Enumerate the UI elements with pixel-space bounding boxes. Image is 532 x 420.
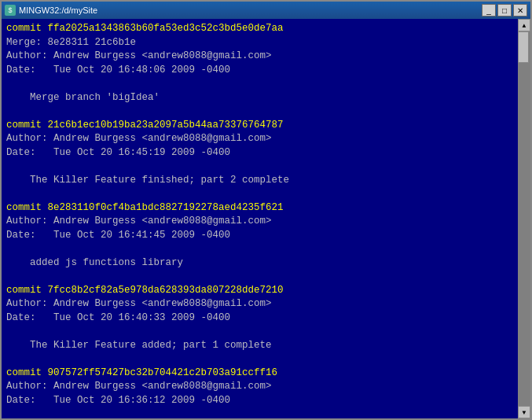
scroll-track[interactable] xyxy=(518,31,530,406)
author-line-3: Author: Andrew Burgess <andrew8088@gmail… xyxy=(6,297,513,311)
commit-hash-1: commit 21c6b1ec10b19ba23a2097a5b44aa7337… xyxy=(6,119,513,133)
empty-4 xyxy=(6,242,513,256)
empty-0 xyxy=(6,77,513,91)
empty-2 xyxy=(6,160,513,174)
app-icon: $ xyxy=(5,5,16,16)
minimize-button[interactable]: _ xyxy=(482,4,496,17)
title-buttons: _ □ ✕ xyxy=(482,4,527,17)
maximize-button[interactable]: □ xyxy=(497,4,512,17)
date-line-1: Date: Tue Oct 20 16:45:19 2009 -0400 xyxy=(6,146,513,160)
scroll-thumb[interactable] xyxy=(518,31,529,63)
msg-3: The Killer Feature added; part 1 complet… xyxy=(6,339,513,353)
empty-5 xyxy=(6,270,513,284)
date-line-0: Date: Tue Oct 20 16:48:06 2009 -0400 xyxy=(6,64,513,78)
author-line-4: Author: Andrew Burgess <andrew8088@gmail… xyxy=(6,380,513,394)
msg-2: added js functions library xyxy=(6,256,513,271)
msg-0: Merge branch 'bigIdea' xyxy=(6,91,513,105)
author-line-2: Author: Andrew Burgess <andrew8088@gmail… xyxy=(6,215,513,229)
title-bar: $ MINGW32:/d/mySite _ □ ✕ xyxy=(2,2,530,19)
scroll-up-button[interactable]: ▲ xyxy=(518,19,530,31)
close-button[interactable]: ✕ xyxy=(513,4,527,17)
scroll-down-button[interactable]: ▼ xyxy=(518,406,530,418)
window-title: MINGW32:/d/mySite xyxy=(19,6,97,15)
msg-1: The Killer Feature finished; part 2 comp… xyxy=(6,174,513,188)
title-bar-text: $ MINGW32:/d/mySite xyxy=(5,5,97,16)
author-line-1: Author: Andrew Burgess <andrew8088@gmail… xyxy=(6,132,513,146)
scrollbar[interactable]: ▲ ▼ xyxy=(518,19,530,418)
empty-7 xyxy=(6,352,513,367)
author-line-0: Author: Andrew Burgess <andrew8088@gmail… xyxy=(6,50,513,64)
main-window: $ MINGW32:/d/mySite _ □ ✕ commit ffa2025… xyxy=(0,0,532,420)
date-line-4: Date: Tue Oct 20 16:36:12 2009 -0400 xyxy=(6,394,513,408)
commit-hash-0: commit ffa2025a1343863b60fa53ed3c52c3bd5… xyxy=(6,22,513,36)
date-line-3: Date: Tue Oct 20 16:40:33 2009 -0400 xyxy=(6,311,513,326)
empty-6 xyxy=(6,325,513,339)
commit-hash-3: commit 7fcc8b2cf82a5e978da628393da807228… xyxy=(6,284,513,298)
date-line-2: Date: Tue Oct 20 16:41:45 2009 -0400 xyxy=(6,229,513,243)
terminal-wrapper: commit ffa2025a1343863b60fa53ed3c52c3bd5… xyxy=(2,19,530,418)
commit-hash-2: commit 8e283110f0cf4ba1bdc8827192278aed4… xyxy=(6,201,513,216)
terminal-content[interactable]: commit ffa2025a1343863b60fa53ed3c52c3bd5… xyxy=(2,19,518,418)
empty-1 xyxy=(6,105,513,119)
empty-3 xyxy=(6,187,513,201)
commit-hash-4: commit 907572ff57427bc32b704421c2b703a91… xyxy=(6,367,513,381)
merge-line: Merge: 8e28311 21c6b1e xyxy=(6,36,513,50)
empty-8 xyxy=(6,407,513,418)
